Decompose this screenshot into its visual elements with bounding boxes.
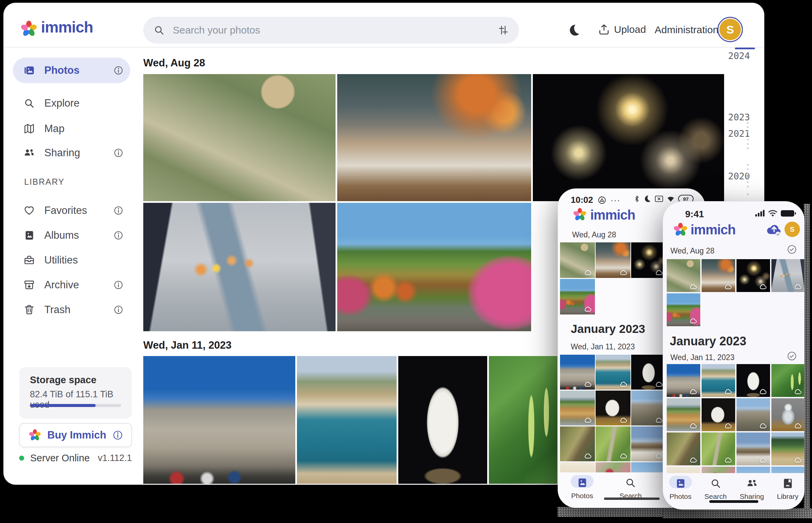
nav-tab-label: Search <box>619 492 642 500</box>
info-icon[interactable] <box>114 205 123 216</box>
photo-carving[interactable] <box>595 391 630 426</box>
timeline-tick-dot <box>747 139 748 141</box>
month-header: January 2023 <box>670 334 746 348</box>
info-icon[interactable] <box>114 280 123 290</box>
user-avatar[interactable]: S <box>784 222 800 237</box>
photo-monkeys[interactable] <box>667 259 700 292</box>
timeline-year-2023[interactable]: 2023 <box>728 112 750 122</box>
info-icon[interactable] <box>114 148 123 158</box>
photo-farm[interactable] <box>772 432 805 465</box>
photo-bust[interactable] <box>737 364 770 397</box>
photo-autumn[interactable] <box>667 293 700 326</box>
month-header: January 2023 <box>571 322 645 336</box>
sidebar-item-favorites[interactable]: Favorites <box>13 198 130 223</box>
photo-hands[interactable] <box>143 203 335 331</box>
photo-monkeys[interactable] <box>143 74 335 201</box>
info-icon[interactable] <box>114 230 123 240</box>
sidebar-item-label: Albums <box>44 229 79 241</box>
info-icon[interactable] <box>114 305 123 315</box>
photo-fireworks[interactable] <box>737 259 770 292</box>
photo-fireworks[interactable] <box>533 74 724 201</box>
search-bar[interactable] <box>143 17 519 43</box>
select-all-check-icon[interactable] <box>787 351 797 361</box>
date-group-header: Wed, Jan 11, 2023 <box>143 339 231 351</box>
timeline-tick-dot <box>747 122 748 124</box>
photo-carving[interactable] <box>702 398 735 431</box>
timeline-year-2021[interactable]: 2021 <box>728 128 750 139</box>
photo-winter[interactable] <box>737 432 770 465</box>
sidebar-item-trash[interactable]: Trash <box>13 297 130 323</box>
photo-hands[interactable] <box>772 259 805 292</box>
photo-ruins[interactable] <box>737 398 770 431</box>
search-input[interactable] <box>172 24 498 36</box>
photo-lizard2[interactable] <box>702 432 735 465</box>
timeline-year-2024[interactable]: 2024 <box>728 51 750 61</box>
moon-icon <box>643 195 651 203</box>
sidebar-item-albums[interactable]: Albums <box>13 222 130 248</box>
photo-ruins[interactable] <box>631 391 666 426</box>
photo-monkeys[interactable] <box>560 242 595 278</box>
photo-fireworks[interactable] <box>631 242 666 278</box>
cloud-sync-icon <box>655 417 663 423</box>
user-avatar[interactable]: S <box>718 17 743 42</box>
info-icon[interactable] <box>114 65 123 75</box>
administration-link[interactable]: Administration <box>655 24 719 36</box>
sidebar-item-utilities[interactable]: Utilities <box>13 248 130 273</box>
nav-tab-label: Library <box>777 492 798 501</box>
cloud-backup-icon[interactable] <box>766 223 783 238</box>
sidebar-item-archive[interactable]: Archive <box>13 272 130 298</box>
wifi-icon <box>768 210 777 217</box>
info-icon[interactable] <box>113 430 123 440</box>
photo-bust[interactable] <box>398 356 487 484</box>
search-icon <box>710 478 721 489</box>
nav-tab-photos[interactable]: Photos <box>669 473 691 501</box>
photo-fortress[interactable] <box>667 364 700 397</box>
photo-lizard1[interactable] <box>667 432 700 465</box>
nav-tab-photos[interactable]: Photos <box>571 472 593 500</box>
sidebar-item-photos[interactable]: Photos <box>13 58 130 83</box>
timeline-year-2020[interactable]: 2020 <box>728 171 750 181</box>
photo-ornament[interactable] <box>772 398 805 431</box>
immich-logo-icon <box>573 208 587 222</box>
photo-bust[interactable] <box>631 355 666 390</box>
cloud-sync-icon <box>584 417 592 423</box>
photo-berries[interactable] <box>772 364 805 397</box>
nav-tab-search[interactable]: Search <box>619 472 642 500</box>
photo-coast[interactable] <box>297 356 397 484</box>
photo-dinner[interactable] <box>702 259 735 292</box>
photo-dinner[interactable] <box>595 242 630 278</box>
dither-noise <box>663 508 812 518</box>
theme-toggle-moon-icon[interactable] <box>567 23 581 37</box>
photo-winter[interactable] <box>631 427 666 461</box>
photo-coast[interactable] <box>595 355 630 390</box>
photo-cliff[interactable] <box>560 391 595 426</box>
timeline-tick-dot <box>747 181 748 183</box>
photo-fortress[interactable] <box>143 356 295 484</box>
cloud-sync-icon <box>619 381 628 387</box>
photo-autumn[interactable] <box>337 203 531 331</box>
photo-fortress[interactable] <box>560 355 595 390</box>
cloud-sync-icon <box>619 417 628 423</box>
filter-sliders-icon[interactable] <box>498 24 509 36</box>
photo-autumn[interactable] <box>560 279 595 314</box>
nav-tab-search[interactable]: Search <box>704 473 727 501</box>
nav-tab-library[interactable]: Library <box>777 473 798 501</box>
buy-immich-button[interactable]: Buy Immich <box>19 423 132 447</box>
cloud-sync-icon <box>689 283 697 290</box>
photo-cliff[interactable] <box>667 398 700 431</box>
photo-lizard1[interactable] <box>560 427 595 461</box>
photo-dinner[interactable] <box>337 74 531 201</box>
nav-tab-sharing[interactable]: Sharing <box>740 473 764 501</box>
upload-button[interactable]: Upload <box>598 23 646 36</box>
cloud-sync-icon <box>619 269 628 276</box>
sidebar-item-map[interactable]: Map <box>13 116 130 142</box>
select-all-check-icon[interactable] <box>787 245 797 254</box>
sidebar-item-label: Archive <box>44 279 79 291</box>
sidebar-item-explore[interactable]: Explore <box>13 91 130 116</box>
archive-icon <box>23 279 35 291</box>
photo-lizard2[interactable] <box>595 427 630 461</box>
photo-coast[interactable] <box>702 364 735 397</box>
sidebar-item-sharing[interactable]: Sharing <box>13 140 130 166</box>
photo-berries[interactable] <box>489 356 557 484</box>
cloud-sync-icon <box>689 318 697 324</box>
